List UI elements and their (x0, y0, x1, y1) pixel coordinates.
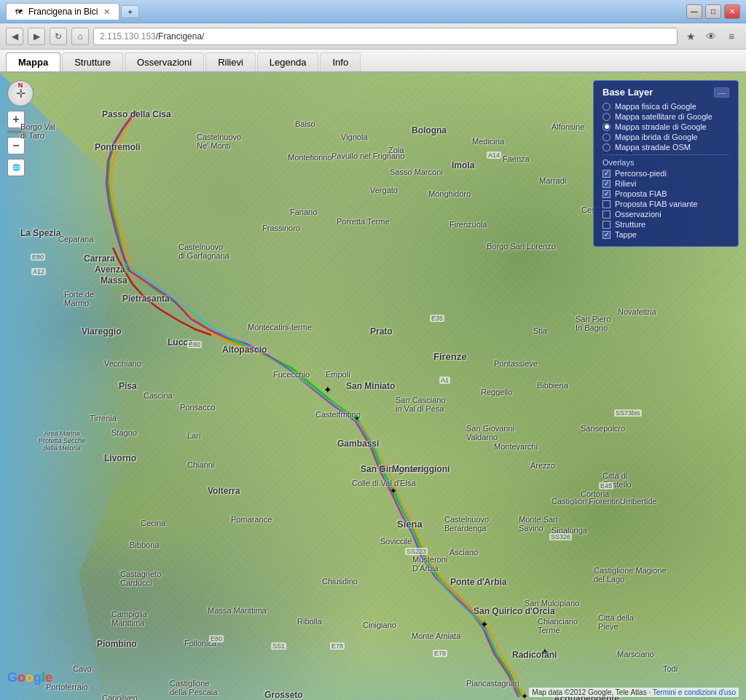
google-logo: Google (7, 670, 52, 685)
overlay-tappe-label: Tappe (615, 230, 637, 239)
layer-ibrida-label: Mappa ibrida di Google (615, 133, 698, 141)
overlay-fiab-variante-checkbox[interactable] (602, 200, 610, 208)
overlay-fiab-checkbox[interactable] (602, 190, 610, 198)
minimize-button[interactable]: — (686, 4, 702, 19)
back-button[interactable]: ◀ (6, 28, 23, 45)
url-display: /Francigena/ (156, 31, 205, 42)
layer-fisica-label: Mappa fisica di Google (615, 102, 696, 111)
toolbar-icons: ★ 👁 ≡ (682, 28, 740, 45)
app-nav: Mappa Strutture Osservazioni Rilievi Leg… (0, 50, 746, 73)
zoom-divider (7, 130, 25, 133)
overlay-fiab-label: Proposta FIAB (615, 189, 667, 198)
window-controls: — □ ✕ (686, 4, 740, 19)
overlay-fiab-variante-label: Proposta FIAB variante (615, 200, 698, 208)
tab-rilievi[interactable]: Rilievi (205, 52, 256, 71)
overlay-osservazioni[interactable]: Osservazioni (602, 210, 729, 219)
layer-stradale-radio[interactable] (602, 123, 610, 131)
layer-osm-label: Mappa stradale OSM (615, 143, 691, 152)
tab-favicon: 🗺 (15, 8, 23, 16)
tab-legenda[interactable]: Legenda (257, 52, 319, 71)
layer-osm-radio[interactable] (602, 143, 610, 152)
tab-close-button[interactable]: ✕ (103, 7, 110, 17)
overlay-fiab[interactable]: Proposta FIAB (602, 189, 729, 198)
layer-stradale-label: Mappa stradale di Google (615, 122, 707, 131)
reader-mode-icon[interactable]: 👁 (702, 28, 720, 45)
overlay-strutture-label: Strutture (615, 220, 645, 229)
layer-panel-header: Base Layer — (602, 87, 729, 98)
forward-button[interactable]: ▶ (28, 28, 45, 45)
maximize-button[interactable]: □ (705, 4, 721, 19)
map-attribution: Map data ©2012 Google, Tele Atlas · Term… (529, 688, 739, 697)
overlay-percorso-checkbox[interactable] (602, 170, 610, 178)
overlay-percorso[interactable]: Percorso-piedi (602, 169, 729, 178)
overlays-title: Overlays (602, 158, 729, 167)
map-controls: N ✛ + − 🌐 (7, 80, 34, 176)
browser-tab[interactable]: 🗺 Francigena in Bici ✕ (6, 3, 119, 20)
close-button[interactable]: ✕ (724, 4, 740, 19)
layer-satellitare[interactable]: Mappa satellitare di Google (602, 112, 729, 121)
overlay-strutture-checkbox[interactable] (602, 221, 610, 229)
tab-strutture[interactable]: Strutture (62, 52, 123, 71)
tab-mappa[interactable]: Mappa (6, 52, 60, 71)
layer-fisica[interactable]: Mappa fisica di Google (602, 102, 729, 111)
bookmark-star-icon[interactable]: ★ (682, 28, 699, 45)
layer-satellitare-label: Mappa satellitare di Google (615, 112, 712, 121)
layer-minimize-button[interactable]: — (714, 87, 729, 98)
zoom-in-button[interactable]: + (7, 111, 25, 128)
map-type-button[interactable]: 🌐 (7, 159, 25, 176)
overlay-rilievi-checkbox[interactable] (602, 180, 610, 188)
overlay-tappe[interactable]: Tappe (602, 230, 729, 239)
layer-osm[interactable]: Mappa stradale OSM (602, 143, 729, 152)
reload-button[interactable]: ↻ (50, 28, 67, 45)
layer-stradale[interactable]: Mappa stradale di Google (602, 122, 729, 131)
overlay-strutture[interactable]: Strutture (602, 220, 729, 229)
layer-fisica-radio[interactable] (602, 103, 610, 111)
layer-divider (602, 154, 729, 155)
url-prefix: 2.115.130.153 (100, 31, 156, 42)
overlay-fiab-variante[interactable]: Proposta FIAB variante (602, 200, 729, 208)
overlay-rilievi[interactable]: Rilievi (602, 179, 729, 188)
overlay-rilievi-label: Rilievi (615, 179, 636, 188)
layer-panel-title: Base Layer (602, 87, 653, 98)
map-container[interactable]: ✦ ✦ ✦ ✦ ✦ ✦ ✦ ✦ N ✛ + − 🌐 Passo della Ci… (0, 73, 746, 700)
window-titlebar: 🗺 Francigena in Bici ✕ + — □ ✕ (0, 0, 746, 23)
terms-link[interactable]: Termini e condizioni d'uso (653, 688, 736, 696)
overlay-percorso-label: Percorso-piedi (615, 169, 667, 178)
overlay-tappe-checkbox[interactable] (602, 231, 610, 239)
address-input[interactable]: 2.115.130.153 /Francigena/ (93, 28, 678, 45)
zoom-out-button[interactable]: − (7, 137, 25, 154)
menu-icon[interactable]: ≡ (723, 28, 740, 45)
layer-panel: Base Layer — Mappa fisica di Google Mapp… (593, 80, 739, 247)
tab-info[interactable]: Info (320, 52, 361, 71)
home-button[interactable]: ⌂ (71, 28, 89, 45)
map-data-text: Map data ©2012 Google, Tele Atlas (532, 688, 646, 696)
overlay-osservazioni-checkbox[interactable] (602, 211, 610, 219)
layer-satellitare-radio[interactable] (602, 113, 610, 121)
new-tab-button[interactable]: + (121, 5, 138, 18)
layer-ibrida[interactable]: Mappa ibrida di Google (602, 133, 729, 141)
compass-rose[interactable]: N ✛ (7, 80, 34, 106)
overlay-osservazioni-label: Osservazioni (615, 210, 661, 219)
compass-north: N (18, 82, 23, 89)
tab-osservazioni[interactable]: Osservazioni (125, 52, 204, 71)
address-bar: ◀ ▶ ↻ ⌂ 2.115.130.153 /Francigena/ ★ 👁 ≡ (0, 23, 746, 50)
layer-ibrida-radio[interactable] (602, 133, 610, 141)
tab-title: Francigena in Bici (28, 7, 98, 17)
